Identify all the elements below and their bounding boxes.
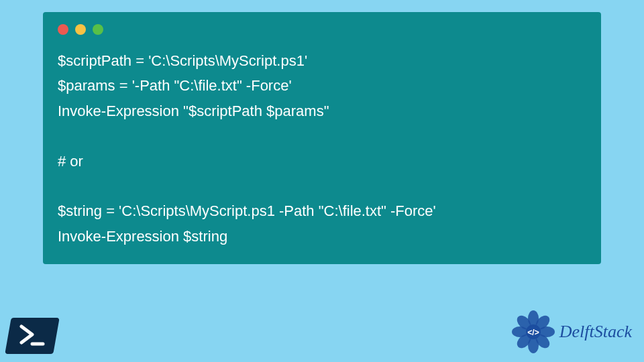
code-line: $params = '-Path "C:\file.txt" -Force' [58,77,292,94]
code-line: $scriptPath = 'C:\Scripts\MyScript.ps1' [58,52,307,69]
code-line: Invoke-Expression $string [58,228,227,245]
minimize-dot-icon [75,24,86,35]
powershell-icon [8,318,56,354]
window-controls [58,24,586,35]
code-line: Invoke-Expression "$scriptPath $params" [58,103,329,119]
mandala-icon: </> [510,308,557,355]
close-dot-icon [58,24,68,35]
code-window: $scriptPath = 'C:\Scripts\MyScript.ps1' … [43,12,601,264]
code-block: $scriptPath = 'C:\Scripts\MyScript.ps1' … [58,48,586,249]
brand-logo: </> DelftStack [510,308,632,355]
maximize-dot-icon [93,24,103,35]
code-line: $string = 'C:\Scripts\MyScript.ps1 -Path… [58,202,436,219]
svg-text:</>: </> [527,328,539,337]
brand-name: DelftStack [559,322,632,342]
powershell-prompt-icon [17,324,47,348]
code-line: # or [58,153,83,170]
